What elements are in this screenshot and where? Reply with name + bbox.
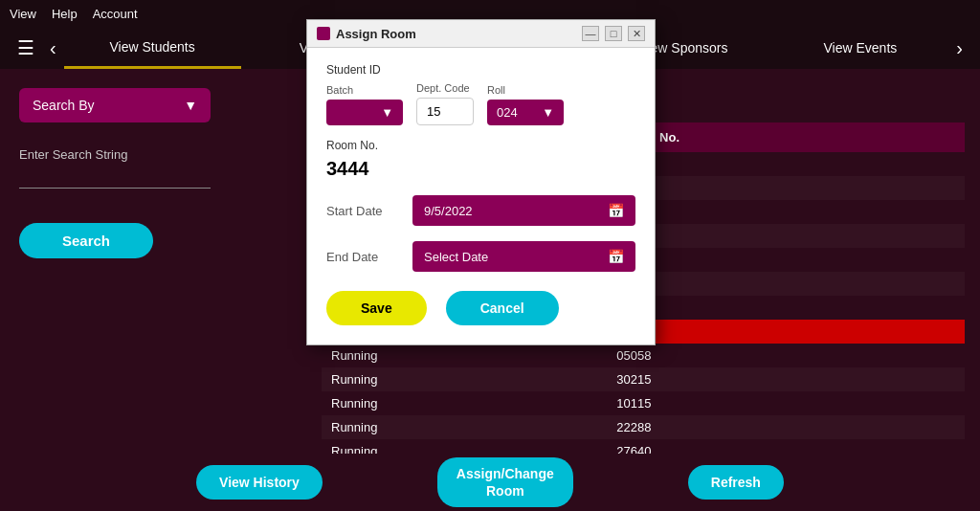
modal-close-button[interactable]: ✕ — [628, 26, 645, 41]
end-date-input[interactable]: Select Date 📅 — [412, 241, 635, 272]
roll-chevron-icon: ▼ — [542, 105, 554, 120]
end-date-row: End Date Select Date 📅 — [326, 241, 635, 272]
roll-dropdown[interactable]: 024 ▼ — [487, 100, 564, 125]
modal-restore-button[interactable]: □ — [605, 26, 622, 41]
modal-action-row: Save Cancel — [326, 291, 635, 325]
modal-titlebar: Assign Room — □ ✕ — [307, 20, 655, 48]
modal-cancel-button[interactable]: Cancel — [446, 291, 559, 325]
modal-title-icon — [317, 27, 330, 40]
batch-field: Batch ▼ — [326, 84, 403, 125]
student-id-row: Batch ▼ Dept. Code Roll 024 ▼ — [326, 82, 635, 125]
roll-label: Roll — [487, 84, 564, 96]
roll-field: Roll 024 ▼ — [487, 84, 564, 125]
modal-save-button[interactable]: Save — [326, 291, 427, 325]
end-date-label: End Date — [326, 250, 403, 264]
batch-chevron-icon: ▼ — [381, 105, 393, 120]
room-no-value: 3444 — [326, 158, 635, 180]
room-no-section: Room No. 3444 — [326, 139, 635, 180]
modal-controls: — □ ✕ — [582, 26, 645, 41]
end-date-calendar-icon: 📅 — [608, 249, 624, 264]
batch-dropdown[interactable]: ▼ — [326, 100, 403, 125]
room-no-label: Room No. — [326, 139, 635, 152]
dept-code-field: Dept. Code — [416, 82, 474, 125]
start-date-label: Start Date — [326, 204, 403, 218]
student-id-label: Student ID — [326, 63, 635, 77]
batch-label: Batch — [326, 84, 403, 96]
modal-body: Student ID Batch ▼ Dept. Code Roll 02 — [307, 48, 655, 344]
assign-room-modal: Assign Room — □ ✕ Student ID Batch ▼ — [306, 19, 656, 345]
dept-code-input[interactable] — [416, 98, 474, 125]
start-date-row: Start Date 9/5/2022 📅 — [326, 195, 635, 226]
start-date-input[interactable]: 9/5/2022 📅 — [412, 195, 635, 226]
dept-code-label: Dept. Code — [416, 82, 474, 94]
start-date-calendar-icon: 📅 — [608, 203, 624, 218]
modal-minimize-button[interactable]: — — [582, 26, 599, 41]
modal-title: Assign Room — [317, 27, 416, 41]
modal-overlay: Assign Room — □ ✕ Student ID Batch ▼ — [0, 0, 980, 511]
